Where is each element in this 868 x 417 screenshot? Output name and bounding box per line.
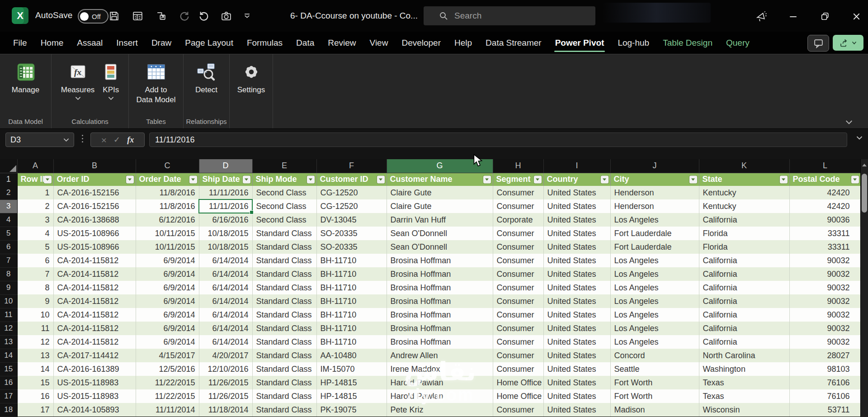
cell-G8[interactable]: Brosina Hoffman xyxy=(387,267,493,281)
cell-C8[interactable]: 6/9/2014 xyxy=(136,267,199,281)
ribbon-button-measures[interactable]: fxMeasures xyxy=(59,59,97,118)
cell-E3[interactable]: Second Class xyxy=(252,199,316,213)
cell-I13[interactable]: United States xyxy=(543,335,610,349)
filter-dropdown-icon[interactable] xyxy=(851,175,859,183)
cell-I10[interactable]: United States xyxy=(543,294,610,308)
cell-H14[interactable]: Consumer xyxy=(493,349,543,362)
cell-K15[interactable]: Washington xyxy=(699,362,789,376)
cell-E5[interactable]: Standard Class xyxy=(252,227,316,240)
cell-K14[interactable]: North Carolina xyxy=(699,349,789,362)
cell-B3[interactable]: CA-2016-152156 xyxy=(53,199,136,213)
cell-D18[interactable]: 11/18/2014 xyxy=(199,403,252,417)
cell-J5[interactable]: Fort Lauderdale xyxy=(610,227,699,240)
cell-I3[interactable]: United States xyxy=(543,199,610,213)
cell-F13[interactable]: BH-11710 xyxy=(316,335,387,349)
cell-E15[interactable]: Standard Class xyxy=(252,362,316,376)
cell-I9[interactable]: United States xyxy=(543,281,610,294)
expand-formula-bar-button[interactable] xyxy=(856,136,863,140)
filter-dropdown-icon[interactable] xyxy=(780,175,788,183)
cell-L2[interactable]: 42420 xyxy=(789,186,861,199)
cell-H6[interactable]: Consumer xyxy=(493,240,543,254)
cell-A12[interactable]: 11 xyxy=(17,322,53,335)
row-header-13[interactable]: 13 xyxy=(0,335,17,349)
cell-A14[interactable]: 13 xyxy=(17,349,53,362)
cell-L6[interactable]: 33311 xyxy=(789,240,861,254)
cell-K18[interactable]: Wisconsin xyxy=(699,403,789,417)
tab-page-layout[interactable]: Page Layout xyxy=(178,32,240,54)
cell-K10[interactable]: California xyxy=(699,294,789,308)
filter-dropdown-icon[interactable] xyxy=(377,175,385,183)
minimize-button[interactable] xyxy=(786,9,800,24)
cell-G15[interactable]: Irene Maddox xyxy=(387,362,493,376)
tab-developer[interactable]: Developer xyxy=(395,32,448,54)
document-title-group[interactable]: 6- DA-Ccourse on youtube - Co... xyxy=(290,0,430,32)
cell-E4[interactable]: Second Class xyxy=(252,213,316,227)
cell-D3[interactable]: 11/11/2016 xyxy=(199,199,252,213)
cell-H8[interactable]: Consumer xyxy=(493,267,543,281)
cell-D17[interactable]: 11/26/2015 xyxy=(199,389,252,403)
cell-E9[interactable]: Standard Class xyxy=(252,281,316,294)
cell-B11[interactable]: CA-2014-115812 xyxy=(53,308,136,322)
cell-H7[interactable]: Consumer xyxy=(493,254,543,267)
cell-G17[interactable]: Harold Pawlan xyxy=(387,389,493,403)
cell-B6[interactable]: US-2015-108966 xyxy=(53,240,136,254)
cell-A8[interactable]: 7 xyxy=(17,267,53,281)
ribbon-button-manage[interactable]: Manage xyxy=(9,59,42,118)
cell-K4[interactable]: California xyxy=(699,213,789,227)
share-button[interactable] xyxy=(833,35,863,51)
cell-K7[interactable]: California xyxy=(699,254,789,267)
cell-D6[interactable]: 10/18/2015 xyxy=(199,240,252,254)
row-header-9[interactable]: 9 xyxy=(0,281,17,294)
cell-F5[interactable]: SO-20335 xyxy=(316,227,387,240)
cell-E6[interactable]: Standard Class xyxy=(252,240,316,254)
column-header-B[interactable]: B xyxy=(53,159,136,173)
customize-quick-access-button[interactable] xyxy=(241,9,253,22)
cell-D5[interactable]: 10/18/2015 xyxy=(199,227,252,240)
cell-D14[interactable]: 4/20/2017 xyxy=(199,349,252,362)
cell-J6[interactable]: Fort Lauderdale xyxy=(610,240,699,254)
filter-dropdown-icon[interactable] xyxy=(534,175,542,183)
column-header-F[interactable]: F xyxy=(316,159,387,173)
cell-L4[interactable]: 90036 xyxy=(789,213,861,227)
cell-C3[interactable]: 11/8/2016 xyxy=(136,199,199,213)
row-header-6[interactable]: 6 xyxy=(0,240,17,254)
cell-F15[interactable]: IM-15070 xyxy=(316,362,387,376)
cell-F6[interactable]: SO-20335 xyxy=(316,240,387,254)
undo-button[interactable] xyxy=(198,9,211,22)
cell-J12[interactable]: Los Angeles xyxy=(610,322,699,335)
row-header-18[interactable]: 18 xyxy=(0,403,17,417)
cell-E7[interactable]: Standard Class xyxy=(252,254,316,267)
dropdown-chevron-icon[interactable] xyxy=(75,96,81,100)
cell-B9[interactable]: CA-2014-115812 xyxy=(53,281,136,294)
cell-L14[interactable]: 28027 xyxy=(789,349,861,362)
cell-I15[interactable]: United States xyxy=(543,362,610,376)
cell-B8[interactable]: CA-2014-115812 xyxy=(53,267,136,281)
ribbon-button-kpis[interactable]: KPIs xyxy=(100,59,121,118)
table-header-state[interactable]: State xyxy=(699,173,789,186)
row-header-3[interactable]: 3 xyxy=(0,199,17,213)
table-header-customer-id[interactable]: Customer ID xyxy=(316,173,387,186)
cell-B17[interactable]: US-2015-118983 xyxy=(53,389,136,403)
cell-J18[interactable]: Madison xyxy=(610,403,699,417)
cell-I5[interactable]: United States xyxy=(543,227,610,240)
cell-D9[interactable]: 6/14/2014 xyxy=(199,281,252,294)
cell-B14[interactable]: CA-2017-114412 xyxy=(53,349,136,362)
cell-D10[interactable]: 6/14/2014 xyxy=(199,294,252,308)
cell-A6[interactable]: 5 xyxy=(17,240,53,254)
cell-L11[interactable]: 90032 xyxy=(789,308,861,322)
cell-A10[interactable]: 9 xyxy=(17,294,53,308)
workbook-stats-button[interactable] xyxy=(131,9,144,22)
cell-B18[interactable]: CA-2014-105893 xyxy=(53,403,136,417)
cell-C6[interactable]: 10/11/2015 xyxy=(136,240,199,254)
cell-F4[interactable]: DV-13045 xyxy=(316,213,387,227)
filter-dropdown-icon[interactable] xyxy=(189,175,197,183)
cell-L18[interactable]: 53711 xyxy=(789,403,861,417)
cell-L16[interactable]: 76106 xyxy=(789,376,861,389)
cell-G9[interactable]: Brosina Hoffman xyxy=(387,281,493,294)
restore-button[interactable] xyxy=(817,9,832,24)
filter-dropdown-icon[interactable] xyxy=(243,175,250,183)
cell-G6[interactable]: Sean O'Donnell xyxy=(387,240,493,254)
cell-E10[interactable]: Standard Class xyxy=(252,294,316,308)
tab-draw[interactable]: Draw xyxy=(145,32,178,54)
cell-H5[interactable]: Consumer xyxy=(493,227,543,240)
